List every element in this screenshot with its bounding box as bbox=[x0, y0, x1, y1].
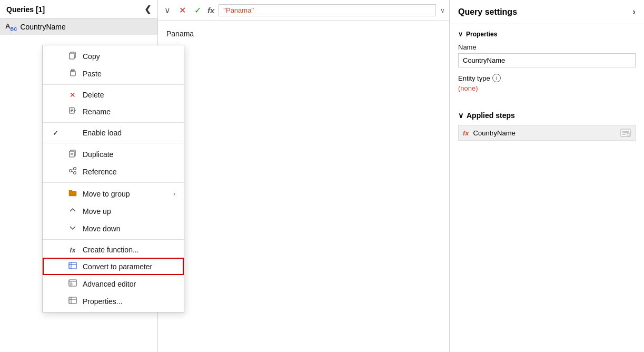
fx-icon: fx bbox=[68, 246, 77, 254]
menu-item-duplicate[interactable]: Duplicate bbox=[43, 145, 184, 163]
menu-label-properties: Properties... bbox=[83, 297, 175, 306]
menu-label-advanced-editor: Advanced editor bbox=[83, 280, 175, 288]
step-name: CountryName bbox=[473, 129, 616, 137]
formula-bar-accept-button[interactable]: ✓ bbox=[192, 4, 203, 16]
applied-steps-label: Applied steps bbox=[467, 111, 515, 120]
svg-rect-18 bbox=[69, 262, 76, 269]
properties-collapse-icon: ∨ bbox=[458, 31, 463, 38]
menu-item-create-function[interactable]: fx Create function... bbox=[43, 242, 184, 258]
folder-icon bbox=[68, 189, 77, 199]
applied-steps-collapse-icon: ∨ bbox=[458, 111, 463, 120]
menu-label-move-to-group: Move to group bbox=[83, 190, 168, 198]
delete-icon: ✕ bbox=[68, 91, 77, 99]
paste-icon bbox=[68, 69, 77, 79]
duplicate-icon bbox=[68, 149, 77, 159]
step-fx-icon: fx bbox=[463, 129, 469, 137]
menu-label-move-down: Move down bbox=[83, 224, 175, 233]
menu-label-create-function: Create function... bbox=[83, 246, 175, 254]
formula-dropdown-button[interactable]: ∨ bbox=[440, 7, 445, 14]
menu-item-convert-to-parameter[interactable]: Convert to parameter bbox=[43, 258, 184, 275]
step-item-countryname[interactable]: fx CountryName bbox=[458, 125, 636, 141]
sidebar: Queries [1] ❮ ABC CountryName Copy Paste bbox=[0, 0, 158, 352]
properties-section: ∨ Properties Name Entity type i (none) bbox=[450, 24, 644, 105]
menu-label-rename: Rename bbox=[83, 107, 175, 116]
right-panel: Query settings › ∨ Properties Name Entit… bbox=[449, 0, 644, 352]
menu-item-delete[interactable]: ✕ Delete bbox=[43, 87, 184, 103]
menu-item-paste[interactable]: Paste bbox=[43, 65, 184, 82]
menu-label-enable-load: Enable load bbox=[83, 129, 175, 137]
sidebar-query-item[interactable]: ABC CountryName bbox=[0, 19, 157, 35]
menu-item-move-up[interactable]: Move up bbox=[43, 202, 184, 220]
sidebar-title: Queries [1] bbox=[6, 5, 45, 14]
formula-input[interactable] bbox=[219, 4, 436, 16]
move-to-group-arrow: › bbox=[173, 190, 175, 198]
step-settings-button[interactable] bbox=[620, 129, 631, 137]
menu-label-copy: Copy bbox=[83, 52, 175, 61]
menu-check-enable-load: ✓ bbox=[51, 129, 61, 137]
reference-icon bbox=[68, 167, 77, 177]
menu-label-duplicate: Duplicate bbox=[83, 150, 175, 159]
svg-rect-33 bbox=[627, 133, 630, 136]
copy-icon bbox=[68, 51, 77, 61]
properties-section-label: Properties bbox=[466, 31, 497, 38]
entity-type-label: Entity type i bbox=[458, 74, 636, 82]
svg-line-17 bbox=[72, 171, 74, 172]
sidebar-header: Queries [1] ❮ bbox=[0, 0, 157, 19]
menu-item-move-down[interactable]: Move down bbox=[43, 220, 184, 237]
menu-item-reference[interactable]: Reference bbox=[43, 163, 184, 180]
data-area: Panama bbox=[158, 21, 449, 352]
right-panel-title: Query settings bbox=[458, 7, 517, 17]
context-menu: Copy Paste ✕ Delete Rename ✓ bbox=[42, 45, 184, 312]
properties-section-toggle[interactable]: ∨ Properties bbox=[458, 31, 636, 38]
formula-bar-expand-button[interactable]: ∨ bbox=[162, 4, 173, 16]
menu-item-advanced-editor[interactable]: Advanced editor bbox=[43, 275, 184, 292]
svg-rect-1 bbox=[70, 53, 74, 59]
entity-type-text: Entity type bbox=[458, 74, 490, 82]
formula-bar-cancel-button[interactable]: ✕ bbox=[177, 4, 188, 16]
menu-item-properties[interactable]: Properties... bbox=[43, 292, 184, 310]
menu-item-enable-load[interactable]: ✓ Enable load bbox=[43, 125, 184, 141]
separator-1 bbox=[43, 84, 184, 85]
right-panel-header: Query settings › bbox=[450, 0, 644, 24]
formula-bar: ∨ ✕ ✓ fx ∨ bbox=[158, 0, 449, 21]
entity-type-value: (none) bbox=[458, 84, 636, 92]
properties-icon bbox=[68, 296, 77, 306]
move-up-icon bbox=[68, 206, 77, 216]
panama-value: Panama bbox=[166, 30, 194, 38]
main-content: ∨ ✕ ✓ fx ∨ Panama bbox=[158, 0, 449, 352]
menu-label-paste: Paste bbox=[83, 70, 175, 78]
rename-icon bbox=[68, 106, 77, 116]
menu-label-reference: Reference bbox=[83, 168, 175, 176]
query-type-icon: ABC bbox=[5, 22, 17, 32]
right-panel-expand-icon[interactable]: › bbox=[632, 6, 636, 17]
applied-steps-title: ∨ Applied steps bbox=[458, 111, 636, 120]
svg-point-14 bbox=[74, 168, 76, 170]
menu-label-delete: Delete bbox=[83, 91, 175, 99]
formula-fx-icon: fx bbox=[207, 6, 214, 15]
query-name: CountryName bbox=[20, 23, 65, 31]
menu-item-move-to-group[interactable]: Move to group › bbox=[43, 185, 184, 202]
advanced-editor-icon bbox=[68, 279, 77, 289]
svg-rect-26 bbox=[69, 297, 76, 304]
applied-steps-section: ∨ Applied steps fx CountryName bbox=[450, 105, 644, 147]
convert-to-parameter-icon bbox=[68, 261, 77, 271]
svg-point-13 bbox=[70, 170, 72, 172]
separator-2 bbox=[43, 122, 184, 123]
menu-item-rename[interactable]: Rename bbox=[43, 103, 184, 120]
menu-item-copy[interactable]: Copy bbox=[43, 47, 184, 65]
name-field-label: Name bbox=[458, 43, 636, 51]
svg-line-16 bbox=[72, 169, 74, 170]
svg-rect-2 bbox=[71, 71, 75, 76]
entity-type-info-icon[interactable]: i bbox=[492, 74, 501, 82]
menu-label-move-up: Move up bbox=[83, 207, 175, 216]
svg-point-15 bbox=[74, 172, 76, 174]
separator-5 bbox=[43, 239, 184, 240]
sidebar-collapse-button[interactable]: ❮ bbox=[144, 4, 151, 14]
move-down-icon bbox=[68, 223, 77, 233]
name-field-input[interactable] bbox=[458, 53, 636, 67]
menu-label-convert-to-parameter: Convert to parameter bbox=[83, 262, 175, 271]
separator-3 bbox=[43, 143, 184, 143]
separator-4 bbox=[43, 182, 184, 183]
